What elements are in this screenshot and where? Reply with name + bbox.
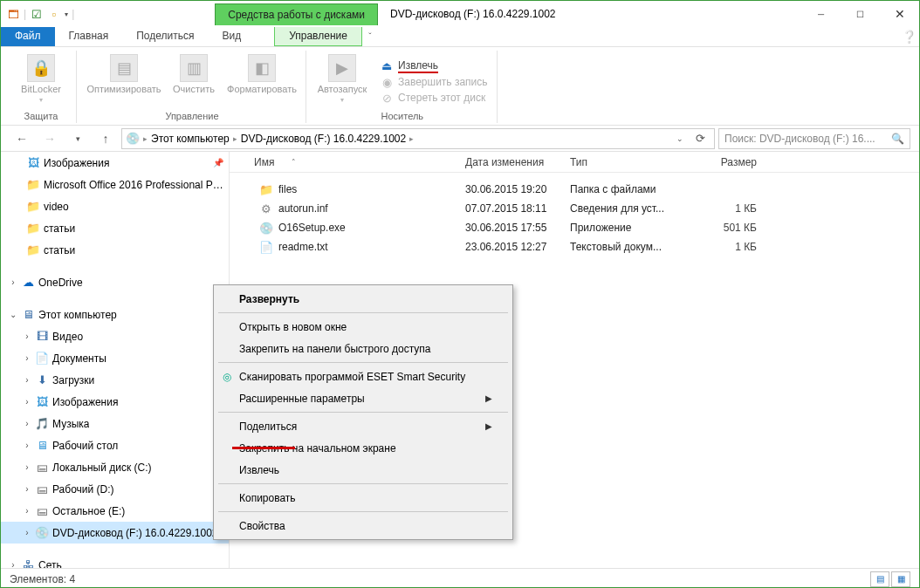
cm-advanced[interactable]: Расширенные параметры▶	[216, 387, 510, 409]
cm-eset[interactable]: ◎Сканировать программой ESET Smart Secur…	[216, 366, 510, 387]
cm-properties[interactable]: Свойства	[216, 515, 510, 537]
tab-view[interactable]: Вид	[208, 27, 255, 46]
view-details-button[interactable]: ▤	[870, 571, 889, 587]
format-button[interactable]: ◧ Форматировать	[223, 51, 300, 111]
status-items: Элементов: 4	[10, 573, 75, 585]
file-row[interactable]: ⚙autorun.inf07.07.2015 18:11Сведения для…	[230, 199, 919, 218]
properties-icon[interactable]: ☑	[30, 7, 44, 21]
file-type: Приложение	[563, 222, 685, 234]
cm-share[interactable]: Поделиться▶	[216, 415, 510, 437]
expand-icon[interactable]: ›	[20, 353, 34, 363]
minimize-button[interactable]: ─	[801, 1, 841, 27]
expand-icon[interactable]: ›	[20, 332, 34, 341]
qat-separator: |	[24, 8, 26, 20]
expand-icon[interactable]: ›	[20, 462, 34, 472]
breadcrumb[interactable]: 💿 ▸ Этот компьютер ▸ DVD-дисковод (F:) 1…	[121, 128, 715, 149]
erase-icon: ⊘	[380, 92, 394, 105]
nav-item-documents[interactable]: ›📄Документы	[1, 347, 229, 369]
cm-pin-quick[interactable]: Закрепить на панели быстрого доступа	[216, 338, 510, 359]
expand-icon[interactable]: ›	[20, 419, 34, 428]
file-row[interactable]: 📄readme.txt23.06.2015 12:27Текстовый док…	[230, 237, 919, 256]
nav-item-thispc[interactable]: ⌄🖥Этот компьютер	[1, 304, 229, 325]
refresh-icon[interactable]: ⟳	[690, 132, 711, 145]
nav-item-downloads[interactable]: ›⬇Загрузки	[1, 369, 229, 391]
format-icon: ◧	[248, 54, 276, 82]
file-row[interactable]: 📁files30.06.2015 19:20Папка с файлами	[230, 180, 919, 199]
nav-item-music[interactable]: ›🎵Музыка	[1, 413, 229, 434]
col-date[interactable]: Дата изменения	[458, 156, 563, 168]
finish-button: ◉ Завершить запись	[376, 75, 491, 90]
tab-manage[interactable]: Управление	[274, 27, 362, 46]
folder-icon: 📁	[25, 178, 41, 191]
onedrive-icon: ☁	[20, 276, 36, 289]
qat-drop-icon[interactable]: ▾	[65, 10, 68, 18]
tab-home[interactable]: Главная	[55, 27, 123, 46]
nav-item-office[interactable]: 📁Microsoft Office 2016 Professional Plus	[1, 174, 229, 195]
pictures-icon: 🖼	[34, 395, 50, 408]
up-button[interactable]: ↑	[93, 128, 118, 149]
recent-dropdown[interactable]: ▾	[65, 128, 90, 149]
nav-item-dvdf[interactable]: ›💿DVD-дисковод (F:) 16.0.4229.1002	[1, 522, 229, 544]
expand-icon[interactable]: ›	[20, 375, 34, 385]
nav-item-localc[interactable]: ›🖴Локальный диск (C:)	[1, 456, 229, 478]
file-date: 07.07.2015 18:11	[458, 202, 563, 215]
bitlocker-button[interactable]: 🔒 BitLocker ▾	[11, 51, 71, 111]
cleanup-button[interactable]: ▥ Очистить	[169, 51, 218, 111]
expand-icon[interactable]: ›	[20, 528, 34, 537]
nav-item-othere[interactable]: ›🖴Остальное (E:)	[1, 500, 229, 522]
nav-item-video[interactable]: 📁video	[1, 195, 229, 217]
media-small-buttons: ⏏ Извлечь ◉ Завершить запись ⊘ Стереть э…	[376, 51, 491, 111]
cm-copy[interactable]: Копировать	[216, 487, 510, 509]
nav-item-onedrive[interactable]: ›☁OneDrive	[1, 271, 229, 293]
autoplay-button[interactable]: ▶ Автозапуск ▾	[313, 51, 371, 111]
col-type[interactable]: Тип	[563, 156, 685, 168]
col-name[interactable]: Имя˄	[230, 156, 458, 168]
eject-button[interactable]: ⏏ Извлечь	[376, 58, 491, 74]
expand-icon[interactable]: ›	[6, 560, 20, 568]
expand-icon[interactable]: ›	[6, 277, 20, 287]
cm-open-new[interactable]: Открыть в новом окне	[216, 316, 510, 338]
back-button[interactable]: ←	[10, 128, 34, 149]
file-date: 30.06.2015 19:20	[458, 183, 563, 195]
close-button[interactable]: ✕	[880, 1, 919, 27]
nav-item-desktop[interactable]: ›🖥Рабочий стол	[1, 434, 229, 456]
optimize-button[interactable]: ▤ Оптимизировать	[84, 51, 164, 111]
collapse-icon[interactable]: ⌄	[6, 310, 20, 319]
nav-item-videos[interactable]: ›🎞Видео	[1, 325, 229, 347]
nav-item-pictures[interactable]: 🖼Изображения📌	[1, 152, 229, 174]
tab-share[interactable]: Поделиться	[122, 27, 208, 46]
nav-item-pictures2[interactable]: ›🖼Изображения	[1, 391, 229, 413]
breadcrumb-sep-icon[interactable]: ▸	[143, 134, 148, 143]
address-drop-icon[interactable]: ⌄	[673, 134, 687, 143]
cm-eject[interactable]: Извлечь	[216, 459, 510, 481]
help-icon[interactable]: ❔	[898, 27, 919, 46]
file-row[interactable]: 💿O16Setup.exe30.06.2015 17:55Приложение5…	[230, 218, 919, 237]
expand-icon[interactable]: ›	[20, 441, 34, 450]
col-size[interactable]: Размер	[685, 156, 764, 168]
cleanup-icon: ▥	[180, 54, 208, 82]
breadcrumb-sep-icon[interactable]: ▸	[409, 134, 414, 143]
search-input[interactable]: Поиск: DVD-дисковод (F:) 16.... 🔍	[718, 128, 910, 149]
file-size: 501 КБ	[685, 222, 764, 234]
breadcrumb-root[interactable]: Этот компьютер	[151, 133, 230, 145]
cm-expand[interactable]: Развернуть	[216, 288, 510, 310]
file-name: autorun.inf	[278, 202, 328, 215]
file-type: Папка с файлами	[563, 183, 685, 195]
nav-item-articles2[interactable]: 📁статьи	[1, 239, 229, 261]
new-folder-icon[interactable]: ▫	[47, 7, 61, 21]
nav-item-network[interactable]: ›🖧Сеть	[1, 554, 229, 568]
tab-file[interactable]: Файл	[1, 27, 55, 46]
expand-icon[interactable]: ›	[20, 484, 34, 494]
optimize-label: Оптимизировать	[86, 84, 161, 94]
nav-item-articles1[interactable]: 📁статьи	[1, 217, 229, 239]
maximize-button[interactable]: ☐	[841, 1, 880, 27]
expand-icon[interactable]: ›	[20, 506, 34, 516]
expand-icon[interactable]: ›	[20, 397, 34, 407]
breadcrumb-sep-icon[interactable]: ▸	[233, 134, 237, 143]
breadcrumb-current[interactable]: DVD-дисковод (F:) 16.0.4229.1002	[241, 133, 407, 145]
ribbon-collapse-icon[interactable]: ˇ	[362, 27, 378, 46]
folder-icon: 📁	[25, 200, 41, 213]
file-icon: 📄	[259, 241, 273, 254]
nav-item-workd[interactable]: ›🖴Рабочий (D:)	[1, 478, 229, 500]
view-large-button[interactable]: ▦	[891, 571, 910, 587]
